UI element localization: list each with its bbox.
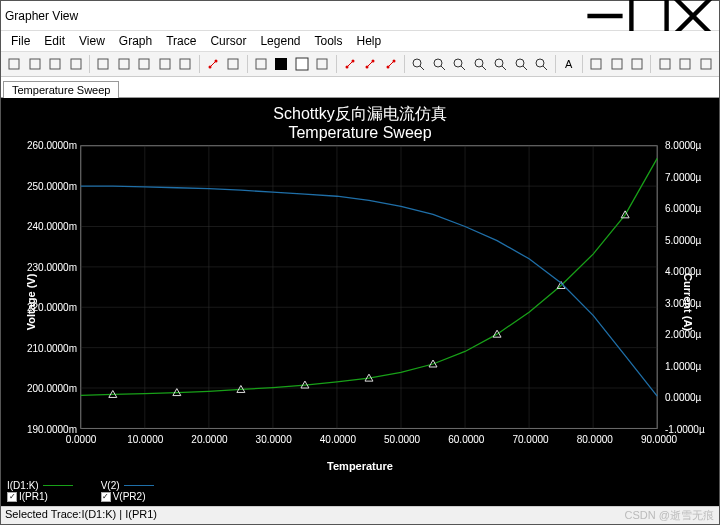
legend-s1-sub: I(PR1)	[19, 491, 48, 502]
svg-point-40	[516, 59, 524, 67]
black-chart-icon[interactable]	[272, 54, 291, 74]
svg-rect-49	[680, 59, 690, 69]
svg-point-30	[413, 59, 421, 67]
red-dots-icon[interactable]	[361, 54, 380, 74]
svg-point-36	[475, 59, 483, 67]
red-marker-a-icon[interactable]	[340, 54, 359, 74]
svg-rect-10	[139, 59, 149, 69]
legend-s2-sub: V(PR2)	[113, 491, 146, 502]
minimize-button[interactable]	[583, 2, 627, 30]
overlay-icon[interactable]	[313, 54, 332, 74]
svg-rect-20	[317, 59, 327, 69]
print-icon[interactable]	[67, 54, 86, 74]
titlebar: Grapher View	[1, 1, 719, 31]
chart-area[interactable]: Schottky反向漏电流仿真 Temperature Sweep Voltag…	[1, 98, 719, 506]
svg-rect-8	[98, 59, 108, 69]
menu-legend[interactable]: Legend	[254, 32, 306, 50]
svg-point-42	[536, 59, 544, 67]
maximize-button[interactable]	[627, 2, 671, 30]
svg-line-39	[502, 66, 506, 70]
legend: I(D1:K) ✓I(PR1) V(2) ✓V(PR2)	[7, 480, 154, 502]
undo-icon[interactable]	[176, 54, 195, 74]
menu-help[interactable]: Help	[351, 32, 388, 50]
close-button[interactable]	[671, 2, 715, 30]
legend-s1-checkbox[interactable]: ✓	[7, 492, 17, 502]
sheet-icon[interactable]	[655, 54, 674, 74]
zoom-reset-icon[interactable]	[532, 54, 551, 74]
svg-rect-6	[50, 59, 60, 69]
zoom-in-icon[interactable]	[409, 54, 428, 74]
svg-rect-46	[612, 59, 622, 69]
svg-line-35	[461, 66, 465, 70]
svg-rect-47	[632, 59, 642, 69]
menu-trace[interactable]: Trace	[160, 32, 202, 50]
table-icon[interactable]	[251, 54, 270, 74]
svg-line-33	[441, 66, 445, 70]
save-icon[interactable]	[46, 54, 65, 74]
svg-rect-45	[591, 59, 601, 69]
print-preview-icon[interactable]	[94, 54, 113, 74]
new-file-icon[interactable]	[5, 54, 24, 74]
tab-temperature-sweep[interactable]: Temperature Sweep	[3, 81, 119, 98]
legend-swatch-green	[43, 485, 73, 486]
svg-text:A: A	[565, 58, 573, 70]
menu-file[interactable]: File	[5, 32, 36, 50]
copy-icon[interactable]	[135, 54, 154, 74]
open-file-icon[interactable]	[26, 54, 45, 74]
cut-icon[interactable]	[115, 54, 134, 74]
legend-s2-checkbox[interactable]: ✓	[101, 492, 111, 502]
svg-line-26	[367, 61, 373, 67]
svg-line-41	[523, 66, 527, 70]
svg-rect-16	[228, 59, 238, 69]
menu-edit[interactable]: Edit	[38, 32, 71, 50]
menu-cursor[interactable]: Cursor	[204, 32, 252, 50]
svg-line-37	[482, 66, 486, 70]
redo-icon[interactable]	[203, 54, 222, 74]
svg-rect-7	[71, 59, 81, 69]
zoom-x-icon[interactable]	[470, 54, 489, 74]
status-bar: Selected Trace:I(D1:K) | I(PR1)	[1, 506, 719, 524]
menu-graph[interactable]: Graph	[113, 32, 158, 50]
svg-rect-11	[160, 59, 170, 69]
cursor-text-icon[interactable]: A	[559, 54, 578, 74]
tabstrip: Temperature Sweep	[1, 77, 719, 98]
status-text: Selected Trace:I(D1:K) | I(PR1)	[5, 508, 157, 520]
svg-rect-12	[180, 59, 190, 69]
menubar: FileEditViewGraphTraceCursorLegendToolsH…	[1, 31, 719, 51]
legend-s1-name: I(D1:K)	[7, 480, 39, 491]
zoom-region-icon[interactable]	[511, 54, 530, 74]
book-icon[interactable]	[696, 54, 715, 74]
menu-tools[interactable]: Tools	[308, 32, 348, 50]
toolbar: A	[1, 51, 719, 77]
svg-line-43	[543, 66, 547, 70]
zoom-out-icon[interactable]	[429, 54, 448, 74]
svg-rect-19	[296, 58, 308, 70]
red-marker-b-icon[interactable]	[381, 54, 400, 74]
svg-point-38	[495, 59, 503, 67]
svg-rect-9	[119, 59, 129, 69]
svg-rect-48	[660, 59, 670, 69]
svg-line-31	[420, 66, 424, 70]
apply-filter-icon[interactable]	[224, 54, 243, 74]
svg-rect-17	[256, 59, 266, 69]
filter-icon[interactable]	[587, 54, 606, 74]
wave-icon[interactable]	[607, 54, 626, 74]
zoom-fit-icon[interactable]	[450, 54, 469, 74]
menu-view[interactable]: View	[73, 32, 111, 50]
svg-point-32	[434, 59, 442, 67]
svg-rect-4	[9, 59, 19, 69]
window-title: Grapher View	[5, 9, 583, 23]
svg-rect-50	[701, 59, 711, 69]
copy-sheet-icon[interactable]	[676, 54, 695, 74]
white-chart-icon[interactable]	[292, 54, 311, 74]
svg-rect-1	[631, 0, 666, 33]
legend-s2-name: V(2)	[101, 480, 120, 491]
paste-icon[interactable]	[156, 54, 175, 74]
zoom-y-icon[interactable]	[491, 54, 510, 74]
svg-rect-18	[275, 58, 287, 70]
svg-line-15	[210, 61, 216, 67]
svg-line-29	[388, 61, 394, 67]
legend-swatch-blue	[124, 485, 154, 486]
watermark: CSDN @逝雪无痕	[625, 508, 714, 523]
export-trace-icon[interactable]	[628, 54, 647, 74]
